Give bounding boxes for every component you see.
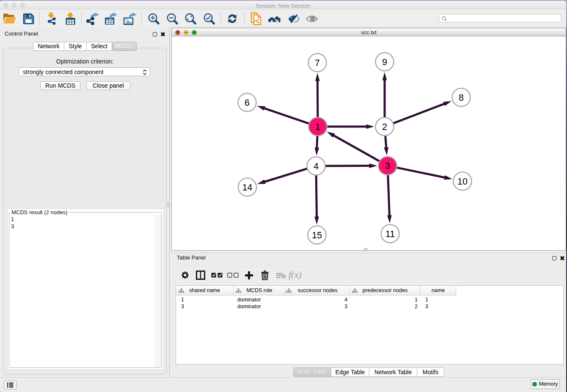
svg-text:7: 7 xyxy=(315,58,320,68)
svg-text:3: 3 xyxy=(385,161,390,171)
svg-text:1: 1 xyxy=(315,122,320,132)
svg-text:6: 6 xyxy=(245,98,250,108)
svg-text:11: 11 xyxy=(385,229,395,239)
svg-text:8: 8 xyxy=(459,93,464,103)
svg-text:15: 15 xyxy=(312,230,322,240)
svg-text:14: 14 xyxy=(242,182,253,193)
svg-text:9: 9 xyxy=(382,57,387,67)
svg-text:10: 10 xyxy=(457,177,468,187)
svg-text:4: 4 xyxy=(314,161,319,171)
svg-text:2: 2 xyxy=(382,122,387,132)
